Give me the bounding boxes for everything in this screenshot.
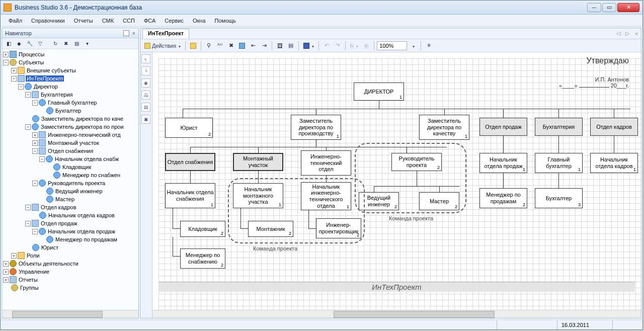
diagram-footer: ИнТехПроект <box>158 282 635 292</box>
box-klad[interactable]: Кладовщик2 <box>180 221 225 237</box>
menu-refs[interactable]: Справочники <box>27 16 69 25</box>
app-window: Business Studio 3.6 - Демонстрационная б… <box>0 0 643 330</box>
close-button[interactable]: ✕ <box>617 3 639 12</box>
diagram-toolbar: Действия ⚲ ᴬᵁ ✖ ⇤ ⇥ 🖼 ▤ ↶ ↷ ⎘ <box>140 39 641 52</box>
tree-subjects[interactable]: Субъекты <box>18 59 45 65</box>
pin-icon[interactable] <box>123 30 129 36</box>
tree-director[interactable]: Директор <box>33 84 59 90</box>
sidetool-2[interactable]: └ <box>141 66 150 75</box>
diagram-canvas[interactable]: Утверждаю И.П. Антонов «____»20___г. ДИР… <box>152 52 641 318</box>
tool-person-icon[interactable]: ⚲ <box>204 41 214 51</box>
nav-tool-new[interactable]: ◧ <box>4 39 13 48</box>
tree-ext[interactable]: Внешние субъекты <box>26 67 77 73</box>
tool-undo-icon[interactable]: ↶ <box>321 41 332 51</box>
tool-redo-icon[interactable]: ↷ <box>333 41 343 51</box>
box-nsnab[interactable]: Начальник отдела снабжения1 <box>165 183 215 208</box>
box-snab[interactable]: Отдел снабжения <box>165 153 215 171</box>
subjects-icon <box>10 59 17 66</box>
tab-prev-icon[interactable]: ◁ <box>615 30 622 37</box>
groups-icon <box>11 284 18 291</box>
save-button[interactable] <box>301 41 316 51</box>
nav-tool-filter[interactable]: ▽ <box>36 39 45 48</box>
nav-hscrollbar[interactable] <box>2 310 138 318</box>
status-date: 16.03.2011 <box>557 320 612 329</box>
tab-active[interactable]: ИнТехПроект <box>142 29 189 39</box>
box-yurist[interactable]: Юрист2 <box>165 118 213 138</box>
box-gbuh[interactable]: Главный бухгалтер1 <box>535 153 583 173</box>
box-ito[interactable]: Инженерно-технический отдел <box>301 150 351 176</box>
tool-import-icon[interactable]: ⇤ <box>248 41 258 51</box>
box-nprod[interactable]: Начальник отдела продаж1 <box>479 153 527 173</box>
tab-next-icon[interactable]: ▷ <box>624 30 631 37</box>
nav-tool-more[interactable]: ▾ <box>83 39 92 48</box>
minimize-button[interactable]: ─ <box>587 3 601 12</box>
nav-tool-page[interactable]: ▤ <box>72 39 81 48</box>
edit-button[interactable] <box>188 41 198 51</box>
approve-label: Утверждаю <box>586 56 629 65</box>
tab-close-icon[interactable]: × <box>633 30 640 37</box>
status-empty <box>497 320 557 329</box>
nav-tool-refresh[interactable]: ↻ <box>51 39 60 48</box>
menu-service[interactable]: Сервис <box>160 16 188 25</box>
titlebar[interactable]: Business Studio 3.6 - Демонстрационная б… <box>1 1 642 15</box>
box-director[interactable]: ДИРЕКТОР1 <box>354 82 404 101</box>
nav-tool-compass[interactable]: ◆ <box>15 39 24 48</box>
tool-org-icon[interactable] <box>237 41 247 51</box>
expand-icon[interactable]: + <box>3 52 9 57</box>
box-mprod[interactable]: Менеджер по продажам2 <box>479 188 527 208</box>
box-buh[interactable]: Бухгалтерия <box>535 118 583 136</box>
tool-page-icon[interactable]: ▤ <box>286 41 296 51</box>
tool-paste-icon[interactable]: ⎗ <box>361 41 371 51</box>
org-icon <box>18 75 25 82</box>
person-icon <box>25 83 32 90</box>
tool-export-icon[interactable]: ⇥ <box>259 41 269 51</box>
collapse-icon[interactable]: − <box>3 60 9 65</box>
navigator-header[interactable]: Навигатор × <box>2 28 138 38</box>
nav-close-icon[interactable]: × <box>132 30 135 36</box>
box-prod[interactable]: Отдел продаж <box>479 118 527 136</box>
menu-windows[interactable]: Окна <box>189 16 210 25</box>
tool-wrench-icon[interactable]: ✖ <box>226 41 236 51</box>
zoom-input[interactable] <box>377 41 407 50</box>
sidetool-5[interactable]: ▤ <box>141 103 150 112</box>
box-kadr[interactable]: Отдел кадров <box>590 118 638 136</box>
box-bux[interactable]: Бухгалтер3 <box>535 188 583 208</box>
box-nkadr[interactable]: Начальник отдела кадров1 <box>590 153 638 173</box>
nav-tool-del[interactable]: ✖ <box>61 39 70 48</box>
navigator-tree[interactable]: +Процессы −Субъекты +Внешние субъекты −И… <box>2 49 138 310</box>
process-icon <box>10 51 17 58</box>
team-label-left: Команда проекта <box>253 245 297 252</box>
menu-reports[interactable]: Отчеты <box>70 16 97 25</box>
tree-selected[interactable]: ИнТехПроект <box>26 75 64 81</box>
maximize-button[interactable]: ▭ <box>602 3 616 12</box>
menu-ssp[interactable]: ССП <box>119 16 139 25</box>
box-zamp[interactable]: Заместитель директора по производству1 <box>291 115 341 140</box>
box-mont[interactable]: Монтажный участок <box>233 153 283 171</box>
tool-image-icon[interactable]: 🖼 <box>275 41 285 51</box>
sidetool-1[interactable]: ┐ <box>141 54 150 63</box>
canvas-hscrollbar[interactable] <box>152 310 641 318</box>
tool-spark-icon[interactable]: ✳ <box>424 41 434 51</box>
navigator-title: Навигатор <box>5 30 32 36</box>
tool-auto-icon[interactable]: ᴬᵁ <box>215 41 225 51</box>
actions-button[interactable]: Действия <box>142 41 183 51</box>
signature-block: И.П. Антонов «____»20___г. <box>559 76 629 89</box>
document-tabs: ИнТехПроект ◁ ▷ × <box>140 28 641 39</box>
status-bar: 16.03.2011 <box>1 319 642 329</box>
menu-help[interactable]: Помощь <box>211 16 240 25</box>
tree-processes[interactable]: Процессы <box>18 51 45 57</box>
sidetool-6[interactable]: ▣ <box>141 115 150 124</box>
zoom-dropdown-icon[interactable] <box>408 41 418 51</box>
menu-fsa[interactable]: ФСА <box>140 16 159 25</box>
sidetool-3[interactable]: ◉ <box>141 78 150 88</box>
status-resize[interactable] <box>612 320 642 329</box>
menu-smk[interactable]: СМК <box>98 16 118 25</box>
nav-tool-wrench[interactable]: 🔧 <box>25 39 34 48</box>
app-icon <box>4 4 12 12</box>
box-zamk[interactable]: Заместитель директора по качеству1 <box>419 115 469 140</box>
menu-file[interactable]: Файл <box>5 16 26 25</box>
box-msnab[interactable]: Менеджер по снабжению2 <box>180 249 225 269</box>
tool-copy-icon[interactable]: ⎘ <box>348 41 360 51</box>
folder-icon <box>18 67 25 74</box>
sidetool-4[interactable]: 品 <box>141 91 150 100</box>
